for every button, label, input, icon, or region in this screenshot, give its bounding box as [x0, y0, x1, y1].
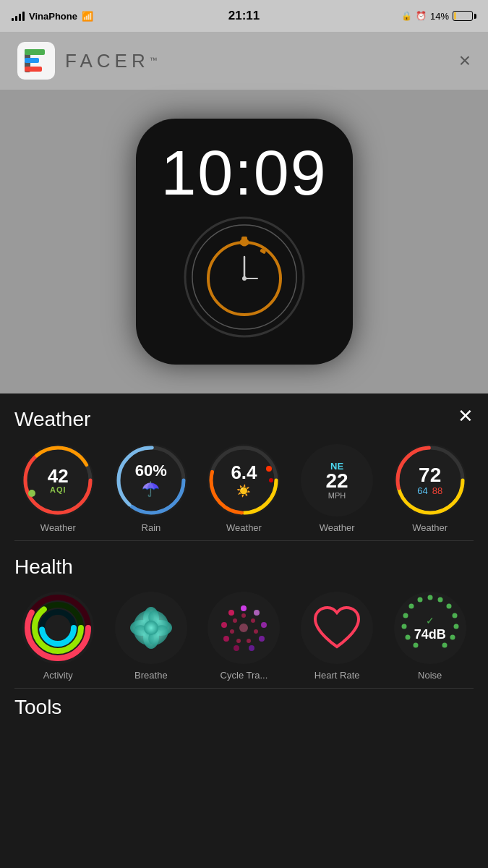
- svg-point-26: [269, 478, 273, 482]
- weather-item-rain[interactable]: 60% ☂️ Rain: [108, 444, 195, 533]
- app-header: FACER™ ×: [0, 32, 488, 90]
- aqi-value: 42: [48, 467, 69, 485]
- health-items-row: Activity: [14, 592, 474, 681]
- temp-high: 88: [432, 485, 442, 496]
- svg-point-74: [408, 604, 414, 609]
- weather64-item-label: Weather: [226, 522, 262, 533]
- temp-range: 64 88: [417, 485, 442, 496]
- wind-speed: 22: [326, 471, 348, 491]
- noise-check-icon: ✓: [414, 615, 446, 626]
- svg-point-58: [247, 639, 251, 643]
- status-bar: VinaPhone 📶 21:11 🔒 ⏰ 14%: [0, 0, 488, 32]
- temp-complication: 72 64 88: [394, 444, 466, 516]
- svg-point-60: [230, 629, 234, 634]
- stopwatch-ring-svg: [179, 212, 309, 342]
- status-left: VinaPhone 📶: [12, 11, 93, 22]
- svg-point-65: [446, 604, 451, 609]
- temp-item-label: Weather: [412, 522, 448, 533]
- lock-icon: 🔒: [401, 11, 412, 21]
- activity-rings-svg: [22, 592, 94, 664]
- health-item-noise[interactable]: ✓ 74dB Noise: [386, 592, 474, 681]
- svg-point-61: [233, 618, 237, 623]
- status-right: 🔒 ⏰ 14%: [401, 11, 476, 22]
- svg-point-14: [242, 276, 247, 281]
- weather64-complication: 6.4 ☀️: [207, 444, 280, 516]
- temp-main-value: 72: [417, 465, 442, 485]
- aqi-label: AQI: [48, 485, 69, 494]
- health-section: Health Activity: [0, 541, 488, 688]
- rain-value: 60%: [135, 463, 167, 479]
- svg-point-73: [403, 613, 408, 618]
- svg-point-68: [450, 635, 455, 640]
- facer-icon: [17, 42, 55, 80]
- svg-point-71: [405, 635, 410, 640]
- svg-point-54: [239, 624, 248, 632]
- watch-face: 10:09: [136, 119, 353, 365]
- carrier-name: VinaPhone: [29, 11, 77, 22]
- svg-point-53: [228, 610, 234, 616]
- wind-complication: NE 22 MPH: [301, 444, 373, 516]
- weather-item-temp[interactable]: 72 64 88 Weather: [386, 444, 474, 533]
- activity-complication: [22, 592, 94, 664]
- facer-trademark: ™: [150, 55, 158, 64]
- weather-section: Weather 42 AQI: [0, 393, 488, 540]
- tools-section-title: Tools: [14, 696, 474, 719]
- noise-complication: ✓ 74dB: [394, 592, 466, 664]
- svg-rect-10: [241, 237, 247, 241]
- svg-rect-2: [25, 49, 45, 55]
- svg-point-64: [437, 597, 442, 603]
- weather64-value: 6.4: [231, 463, 257, 482]
- noise-value: 74dB: [414, 628, 446, 641]
- svg-point-55: [241, 613, 246, 618]
- svg-point-75: [417, 597, 422, 603]
- svg-point-63: [427, 595, 432, 600]
- cycle-tracking-svg: [217, 601, 271, 655]
- stopwatch-complication: [179, 212, 309, 342]
- svg-point-46: [254, 610, 260, 616]
- battery-percent: 14%: [430, 11, 449, 22]
- close-header-button[interactable]: ×: [459, 51, 471, 71]
- facer-logo: FACER™: [17, 42, 158, 80]
- weather-item-aqi[interactable]: 42 AQI Weather: [14, 444, 102, 533]
- svg-point-67: [453, 624, 458, 629]
- svg-point-25: [266, 466, 272, 472]
- rain-item-label: Rain: [142, 522, 161, 533]
- cycle-complication: [207, 592, 280, 664]
- battery-icon: [453, 11, 476, 21]
- watch-time: 10:09: [160, 141, 327, 205]
- heartrate-complication: [301, 592, 373, 664]
- svg-point-48: [259, 636, 265, 642]
- svg-point-49: [249, 645, 254, 651]
- rain-complication: 60% ☂️: [115, 444, 187, 516]
- alarm-icon: ⏰: [416, 11, 427, 21]
- heart-rate-svg: [312, 605, 362, 652]
- status-time: 21:11: [228, 9, 260, 23]
- weather-item-64[interactable]: 6.4 ☀️ Weather: [200, 444, 288, 533]
- activity-item-label: Activity: [43, 670, 73, 681]
- svg-point-52: [221, 622, 227, 628]
- health-item-activity[interactable]: Activity: [14, 592, 102, 681]
- bottom-panel: ✕ Weather 42 AQI: [0, 393, 488, 868]
- tools-section: Tools: [0, 689, 488, 746]
- heartrate-item-label: Heart Rate: [314, 670, 360, 681]
- svg-point-70: [413, 643, 418, 648]
- health-item-breathe[interactable]: Breathe: [108, 592, 195, 681]
- health-item-cycle[interactable]: Cycle Tra...: [200, 592, 288, 681]
- svg-point-50: [234, 645, 239, 651]
- sun-icon: ☀️: [231, 484, 257, 498]
- wifi-icon: 📶: [82, 11, 93, 22]
- facer-brand: FACER™: [65, 50, 158, 72]
- svg-point-51: [223, 636, 229, 642]
- watch-preview-area: 10:09: [0, 90, 488, 393]
- facer-text: FACER: [65, 50, 150, 72]
- health-item-heartrate[interactable]: Heart Rate: [294, 592, 381, 681]
- svg-point-59: [236, 639, 241, 643]
- svg-point-69: [442, 643, 447, 648]
- weather-item-wind[interactable]: NE 22 MPH Weather: [294, 444, 381, 533]
- panel-close-button[interactable]: ✕: [458, 405, 474, 427]
- signal-icon: [12, 11, 25, 21]
- svg-point-57: [254, 629, 258, 634]
- weather-section-title: Weather: [14, 408, 474, 431]
- svg-point-45: [241, 605, 247, 611]
- breathe-item-label: Breathe: [134, 670, 168, 681]
